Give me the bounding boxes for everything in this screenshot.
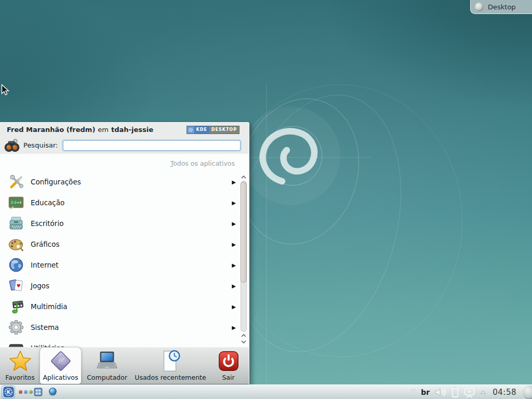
star-icon (8, 349, 32, 373)
tab-usados-recentemente[interactable]: Usados recentemente (133, 348, 208, 384)
svg-text:♥: ♥ (16, 283, 21, 289)
tab-label: Aplicativos (43, 374, 78, 381)
red-dot-icon (19, 390, 22, 394)
scrollbar[interactable] (240, 175, 248, 344)
tab-sair[interactable]: Sair (208, 348, 249, 384)
category-rows: Configurações▶ 2-2=4 Educação▶ Escritóri… (0, 171, 249, 348)
submenu-arrow-icon: ▶ (232, 304, 236, 310)
tab-label: Sair (222, 374, 234, 381)
category-configuracoes[interactable]: Configurações▶ (0, 171, 249, 192)
kde-desktop-badge: KDE DESKTOP (187, 126, 240, 134)
tab-favoritos[interactable]: Favoritos (0, 348, 40, 384)
header-conjunction: em (98, 126, 109, 134)
svg-text:K: K (6, 389, 10, 395)
kickoff-tab-bar: Favoritos Aplicativos Computador Usados … (0, 347, 249, 384)
chalkboard-icon: 2-2=4 (8, 194, 24, 211)
tools-icon (8, 174, 24, 190)
keyboard-layout-indicator[interactable]: br (421, 388, 430, 396)
recent-doc-icon (158, 349, 182, 373)
battery-icon[interactable] (451, 387, 459, 398)
category-label: Sistema (31, 323, 59, 331)
typewriter-icon (8, 215, 24, 232)
submenu-arrow-icon: ▶ (232, 242, 236, 247)
category-label: Configurações (31, 178, 81, 186)
svg-text:2-2=4: 2-2=4 (11, 201, 21, 205)
clipboard-scissors-icon[interactable]: ✂ (408, 389, 419, 396)
blue-dot-icon (24, 390, 28, 394)
device-notifier-icon[interactable] (463, 387, 476, 398)
category-multimidia[interactable]: Multimídia▶ (0, 296, 249, 317)
toolbox-icon (8, 340, 24, 348)
kde-gear-icon (187, 126, 194, 134)
category-label: Jogos (31, 282, 49, 290)
submenu-arrow-icon: ▶ (232, 283, 236, 289)
file-cabinet-icon[interactable] (33, 387, 43, 397)
tab-computador[interactable]: Computador (81, 348, 133, 384)
category-label: Educação (31, 198, 64, 207)
gear-icon (8, 319, 24, 336)
mouse-cursor (1, 84, 10, 97)
scroll-up-icon[interactable] (240, 175, 248, 180)
cards-icon: ♥ (8, 277, 24, 294)
tab-label: Computador (87, 374, 127, 381)
badge-kde-label: KDE (194, 126, 209, 134)
category-label: Multimídia (31, 302, 68, 311)
host-name: tdah-jessie (111, 126, 153, 134)
taskbar: K ✂ (0, 384, 532, 399)
tab-aplicativos[interactable]: Aplicativos (40, 348, 81, 384)
desktop: Desktop Fred Maranhão (fredm) em tdah-je… (0, 0, 532, 399)
submenu-arrow-icon: ▶ (232, 200, 236, 206)
category-escritorio[interactable]: Escritório▶ (0, 213, 249, 234)
desktop-toolbox-label: Desktop (488, 3, 516, 11)
category-label: Internet (31, 261, 59, 269)
category-label: Gráficos (31, 240, 60, 248)
scroll-up-icon[interactable] (240, 333, 248, 338)
desktop-toolbox[interactable]: Desktop (470, 0, 532, 14)
category-graficos[interactable]: Gráficos▶ (0, 234, 249, 255)
volume-icon[interactable] (434, 388, 447, 397)
kickoff-menu: Fred Maranhão (fredm) em tdah-jessie KDE… (0, 122, 249, 385)
globe-icon (8, 257, 24, 273)
category-educacao[interactable]: 2-2=4 Educação▶ (0, 192, 249, 213)
kde-diamond-icon (49, 349, 73, 373)
category-jogos[interactable]: ♥Jogos▶ (0, 275, 249, 296)
user-name: Fred Maranhão (fredm) (7, 126, 95, 134)
category-sistema[interactable]: Sistema▶ (0, 317, 249, 338)
binoculars-search-icon (4, 138, 20, 153)
submenu-arrow-icon: ▶ (232, 262, 236, 268)
tray-expander-icon[interactable] (480, 390, 486, 395)
green-dot-icon (29, 390, 33, 394)
category-label: Escritório (31, 219, 63, 228)
clock[interactable]: 04:58 (493, 388, 516, 397)
submenu-arrow-icon: ▶ (232, 221, 236, 227)
category-utilitarios[interactable]: Utilitários▶ (0, 338, 249, 348)
kickoff-launcher-button[interactable]: K (2, 385, 15, 398)
activity-dots-icon[interactable] (19, 390, 33, 394)
kde-k-icon: K (3, 387, 14, 397)
all-applications-link[interactable]: Todos os aplicativos (170, 159, 235, 167)
multimedia-icon (8, 298, 24, 315)
search-label: Pesquisar: (23, 141, 58, 149)
scrollbar-thumb[interactable] (241, 182, 247, 283)
search-row: Pesquisar: (0, 137, 249, 154)
submenu-arrow-icon: ▶ (232, 325, 236, 330)
category-internet[interactable]: Internet▶ (0, 255, 249, 275)
panel-cashew-icon[interactable] (523, 385, 532, 399)
tab-label: Favoritos (5, 374, 34, 381)
all-apps-row: Todos os aplicativos (0, 154, 249, 171)
system-tray: ✂ br (410, 385, 516, 399)
search-input[interactable] (63, 140, 241, 151)
scroll-down-icon[interactable] (240, 339, 248, 344)
globe-gear-icon[interactable] (48, 387, 58, 397)
submenu-arrow-icon: ▶ (232, 179, 236, 185)
power-icon (217, 349, 241, 373)
badge-desktop-label: DESKTOP (209, 126, 239, 134)
palette-icon (8, 236, 24, 252)
laptop-icon (95, 349, 119, 373)
category-list: Todos os aplicativos Configurações▶ 2-2=… (0, 154, 249, 348)
tab-label: Usados recentemente (135, 374, 206, 381)
kickoff-header: Fred Maranhão (fredm) em tdah-jessie KDE… (0, 123, 249, 137)
cashew-icon (475, 3, 484, 11)
